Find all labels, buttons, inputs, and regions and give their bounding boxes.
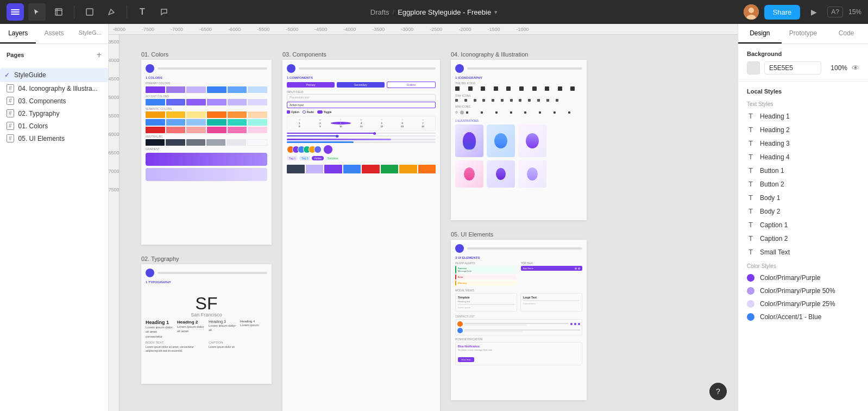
style-name: Heading 3	[760, 140, 790, 147]
color-dot-purple	[747, 274, 754, 282]
menu-button[interactable]	[7, 3, 24, 21]
frame-components-label: 03. Components	[282, 51, 440, 58]
text-style-icon: T	[747, 234, 754, 242]
right-panel: Design Prototype Code Background E5E5E5 …	[738, 24, 868, 411]
color-style-primary-purple-50[interactable]: Color/Primary/Purple 50%	[738, 284, 868, 297]
layer-item-typography[interactable]: # 02. Typgraphy	[0, 107, 108, 120]
help-button[interactable]: ?	[709, 383, 727, 400]
layer-name3: 02. Typgraphy	[18, 110, 60, 117]
frame-ui[interactable]: 3 UI ELEMENTS IN APP ALERTS Success Mess…	[451, 240, 587, 400]
shape-tool[interactable]	[81, 3, 98, 21]
style-heading4[interactable]: T Heading 4	[738, 150, 868, 164]
frame-iconography-wrapper: 04. Iconography & Illustration 1 ICONOGR…	[451, 51, 587, 220]
frame-colors[interactable]: 1 COLORS PRIMARY COLORS	[141, 60, 272, 245]
play-button[interactable]: ▶	[806, 4, 822, 20]
col3: 04. Iconography & Illustration 1 ICONOGR…	[451, 51, 587, 411]
style-caption1[interactable]: T Caption 1	[738, 218, 868, 232]
pages-list: ✓ StyleGuide # 04. Iconography & Illustr…	[0, 64, 108, 149]
color-style-name: Color/Primary/Purple 25%	[760, 300, 835, 308]
file-breadcrumb: Drafts / Eggplore Styleguide - Freebie ▾	[370, 8, 498, 16]
layer-frame-icon2: #	[7, 97, 14, 105]
text-style-icon: T	[747, 207, 754, 215]
file-title[interactable]: Eggplore Styleguide - Freebie	[398, 8, 491, 16]
layer-frame-icon3: #	[7, 109, 14, 117]
color-style-primary-purple[interactable]: Color/Primary/Purple	[738, 271, 868, 284]
left-panel: Layers Assets StyleG... Pages + ✓ StyleG…	[0, 24, 109, 411]
style-name: Small Text	[760, 248, 790, 256]
drafts-label[interactable]: Drafts	[370, 8, 389, 16]
style-caption2[interactable]: T Caption 2	[738, 232, 868, 245]
add-page-button[interactable]: +	[97, 51, 102, 59]
style-name: Caption 2	[760, 235, 788, 242]
canvas[interactable]: -8000 -7500 -7000 -6500 -6000 -5500 -500…	[109, 24, 738, 411]
color-style-name: Color/Primary/Purple	[760, 274, 820, 282]
text-style-icon: T	[747, 126, 754, 134]
text-tool[interactable]: T	[134, 3, 151, 21]
style-name: Caption 1	[760, 221, 788, 229]
background-color-swatch[interactable]	[747, 61, 760, 74]
text-style-icon: T	[747, 180, 754, 188]
visibility-toggle[interactable]: 👁	[852, 64, 859, 72]
comment-tool[interactable]	[155, 3, 173, 21]
select-tool[interactable]	[28, 3, 46, 21]
zoom-label[interactable]: 15%	[848, 8, 861, 16]
svg-point-8	[749, 8, 754, 13]
frames-container: 01. Colors 1 COLORS PRIMARY COLORS	[141, 51, 587, 411]
tab-design[interactable]: Design	[738, 24, 782, 43]
pages-header: Pages +	[0, 44, 108, 64]
help-label[interactable]: A?	[827, 7, 843, 17]
ruler-vertical: 3500 4000 4500 5000 5500 6000 6500 7000 …	[109, 35, 119, 411]
left-panel-tabs: Layers Assets StyleG...	[0, 24, 108, 44]
style-body2[interactable]: T Body 2	[738, 204, 868, 218]
topbar-right: Share ▶ A? 15%	[744, 4, 861, 20]
tab-code[interactable]: Code	[825, 24, 868, 43]
style-smalltext[interactable]: T Small Text	[738, 245, 868, 259]
topbar: T Drafts / Eggplore Styleguide - Freebie…	[0, 0, 868, 24]
user-avatar[interactable]	[744, 4, 759, 20]
col2: 03. Components 1 COMPONENTS Prim	[282, 51, 440, 411]
frame-components[interactable]: 1 COMPONENTS Primary Secondary Outline I…	[282, 60, 440, 411]
background-hex-value[interactable]: E5E5E5	[764, 61, 821, 74]
frame-colors-wrapper: 01. Colors 1 COLORS PRIMARY COLORS	[141, 51, 272, 245]
page-name: StyleGuide	[14, 71, 46, 79]
tab-styleguide[interactable]: StyleG...	[72, 24, 108, 43]
svg-rect-1	[11, 11, 20, 13]
style-name: Body 1	[760, 194, 780, 202]
svg-rect-3	[55, 9, 62, 15]
svg-rect-6	[86, 9, 93, 15]
frame-tool[interactable]	[50, 3, 67, 21]
color-style-primary-purple-25[interactable]: Color/Primary/Purple 25%	[738, 297, 868, 310]
file-chevron[interactable]: ▾	[494, 9, 498, 16]
layer-item-iconography[interactable]: # 04. Iconography & Illustra...	[0, 82, 108, 95]
tab-assets[interactable]: Assets	[36, 24, 72, 43]
color-style-accent-blue[interactable]: Color/Accent/1 - Blue	[738, 310, 868, 323]
svg-rect-0	[11, 9, 20, 10]
tab-prototype[interactable]: Prototype	[782, 24, 825, 43]
share-button[interactable]: Share	[764, 5, 801, 20]
style-button1[interactable]: T Button 1	[738, 164, 868, 177]
active-page-check: ✓	[4, 71, 10, 79]
col1: 01. Colors 1 COLORS PRIMARY COLORS	[141, 51, 272, 411]
separator2	[127, 5, 127, 18]
background-opacity: 100%	[826, 64, 847, 72]
pen-tool[interactable]	[103, 3, 120, 21]
text-style-icon: T	[747, 194, 754, 202]
frame-iconography-label: 04. Iconography & Illustration	[451, 51, 587, 58]
style-body1[interactable]: T Body 1	[738, 191, 868, 204]
layer-item-colors[interactable]: # 01. Colors	[0, 120, 108, 132]
layer-item-components[interactable]: # 03. Components	[0, 95, 108, 107]
page-item-styleguide[interactable]: ✓ StyleGuide	[0, 68, 108, 82]
style-heading2[interactable]: T Heading 2	[738, 123, 868, 136]
style-heading1[interactable]: T Heading 1	[738, 109, 868, 123]
style-heading3[interactable]: T Heading 3	[738, 136, 868, 150]
layer-item-ui[interactable]: # 05. UI Elements	[0, 132, 108, 145]
style-name: Heading 1	[760, 113, 790, 120]
frame-components-wrapper: 03. Components 1 COMPONENTS Prim	[282, 51, 440, 411]
style-button2[interactable]: T Button 2	[738, 177, 868, 191]
style-name: Button 2	[760, 180, 784, 188]
tab-layers[interactable]: Layers	[0, 24, 36, 43]
frame-typography[interactable]: 1 TYPOGRAPHY SF San Francisco Heading 1 …	[141, 264, 272, 384]
layer-frame-icon4: #	[7, 122, 14, 130]
frame-iconography[interactable]: 1 ICONOGRAPHY THE BIG ICONS	[451, 60, 587, 220]
right-panel-tabs: Design Prototype Code	[738, 24, 868, 44]
